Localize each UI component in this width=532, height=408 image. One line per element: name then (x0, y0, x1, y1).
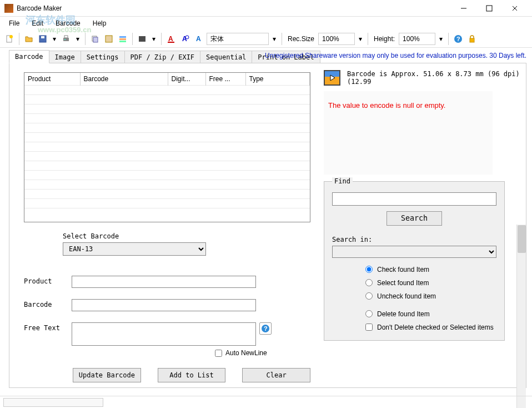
table-row[interactable] (24, 86, 310, 95)
window-title: Barcode Maker (17, 4, 451, 12)
close-button[interactable] (502, 0, 528, 17)
table-row[interactable] (24, 199, 310, 208)
font-plain-icon[interactable]: A (193, 33, 205, 45)
rec-size-label: Rec.Size (288, 35, 314, 43)
scrollbar[interactable] (516, 225, 526, 408)
right-pane: Barcode is Approx. 51.06 x 8.73 mm (96 d… (318, 63, 526, 387)
col-type[interactable]: Type (245, 73, 310, 86)
svg-rect-30 (470, 38, 474, 42)
product-input[interactable] (72, 276, 256, 288)
find-legend: Find (332, 177, 353, 185)
font-color-icon[interactable]: A (165, 33, 177, 45)
update-barcode-button[interactable]: Update Barcode (73, 368, 141, 382)
lock-icon[interactable] (466, 33, 478, 45)
svg-rect-7 (41, 36, 44, 38)
barcode-table[interactable]: Product Barcode Digit... Free ... Type (24, 72, 310, 222)
table-row[interactable] (24, 180, 310, 190)
delete-found-radio[interactable] (365, 310, 373, 317)
menu-barcode[interactable]: Barcode (50, 18, 86, 29)
separator (448, 33, 449, 45)
table-row[interactable] (24, 171, 310, 180)
separator (85, 33, 86, 45)
options-icon[interactable] (117, 33, 129, 45)
uncheck-found-radio[interactable] (365, 292, 373, 300)
menu-help[interactable]: Help (87, 18, 112, 29)
table-row[interactable] (24, 114, 310, 123)
tab-settings[interactable]: Settings (81, 51, 125, 63)
height-combo[interactable]: 100% (399, 33, 435, 45)
freetext-help-button[interactable]: ? (259, 322, 272, 335)
menu-file[interactable]: File (3, 18, 25, 29)
svg-marker-33 (330, 75, 335, 81)
chevron-down-icon[interactable]: ▾ (357, 33, 364, 45)
table-row[interactable] (24, 105, 310, 114)
delete-found-label: Delete found Item (377, 310, 430, 318)
table-row[interactable] (24, 161, 310, 171)
barcode-icon[interactable] (136, 33, 148, 45)
clear-button[interactable]: Clear (242, 368, 310, 382)
maximize-button[interactable] (476, 0, 502, 17)
table-row[interactable] (24, 152, 310, 161)
error-message: The value to encode is null or empty. (328, 101, 488, 110)
search-in-combo[interactable] (332, 246, 496, 258)
separator (19, 33, 19, 45)
barcode-input[interactable] (72, 299, 256, 311)
separator (161, 33, 162, 45)
minimize-button[interactable] (451, 0, 476, 17)
font-style-icon[interactable]: A (179, 33, 191, 45)
select-barcode-combo[interactable]: EAN-13 (63, 242, 206, 256)
svg-rect-8 (63, 38, 69, 41)
table-row[interactable] (24, 190, 310, 199)
col-free[interactable]: Free ... (205, 73, 245, 86)
table-row[interactable] (24, 142, 310, 152)
add-to-list-button[interactable]: Add to List (158, 368, 226, 382)
barcode-dimensions: Barcode is Approx. 51.06 x 8.73 mm (96 d… (347, 70, 521, 86)
freetext-label: Free Text (24, 322, 72, 332)
select-barcode-label: Select Barcode (63, 232, 310, 240)
preview-play-icon[interactable] (324, 70, 340, 86)
svg-rect-9 (64, 36, 68, 38)
col-digit[interactable]: Digit... (168, 73, 205, 86)
chevron-down-icon[interactable]: ▾ (270, 33, 278, 45)
separator (368, 33, 368, 45)
copy-icon[interactable] (89, 33, 101, 45)
save-dropdown-icon[interactable]: ▾ (51, 33, 58, 45)
help-icon[interactable]: ? (452, 33, 464, 45)
separator (282, 33, 282, 45)
cut-icon[interactable] (103, 33, 115, 45)
svg-text:?: ? (264, 325, 268, 332)
open-icon[interactable] (23, 33, 35, 45)
find-input[interactable] (332, 192, 496, 206)
tab-image[interactable]: Image (49, 51, 81, 63)
tab-sequential[interactable]: Sequential (200, 51, 252, 63)
print-icon[interactable] (60, 33, 72, 45)
check-found-radio[interactable] (365, 266, 373, 273)
freetext-input[interactable] (72, 322, 256, 346)
svg-point-5 (9, 35, 13, 38)
select-found-radio[interactable] (365, 279, 373, 286)
table-row[interactable] (24, 133, 310, 142)
svg-rect-14 (119, 36, 126, 38)
chevron-down-icon[interactable]: ▾ (437, 33, 445, 45)
print-dropdown-icon[interactable]: ▾ (74, 33, 82, 45)
table-row[interactable] (24, 123, 310, 133)
tab-pdf-zip-exif[interactable]: PDF / Zip / EXIF (124, 51, 201, 63)
col-product[interactable]: Product (24, 73, 80, 86)
col-barcode[interactable]: Barcode (80, 73, 168, 86)
menu-edit[interactable]: Edit (26, 18, 49, 29)
new-icon[interactable] (3, 33, 16, 45)
auto-newline-checkbox[interactable] (215, 350, 222, 357)
save-icon[interactable] (37, 33, 49, 45)
table-row[interactable] (24, 208, 310, 218)
search-button[interactable]: Search (387, 211, 442, 226)
left-pane: Product Barcode Digit... Free ... Type (9, 63, 318, 387)
select-found-label: Select found Item (377, 279, 429, 287)
table-row[interactable] (24, 95, 310, 105)
rec-size-combo[interactable]: 100% (318, 33, 355, 45)
dont-delete-checkbox[interactable] (365, 324, 373, 331)
scrollbar-thumb[interactable] (518, 225, 526, 253)
barcode-label: Barcode (24, 299, 72, 309)
barcode-dropdown-icon[interactable]: ▾ (150, 33, 158, 45)
font-name-combo[interactable]: 宋体 (207, 33, 269, 45)
tab-barcode[interactable]: Barcode (9, 50, 49, 63)
